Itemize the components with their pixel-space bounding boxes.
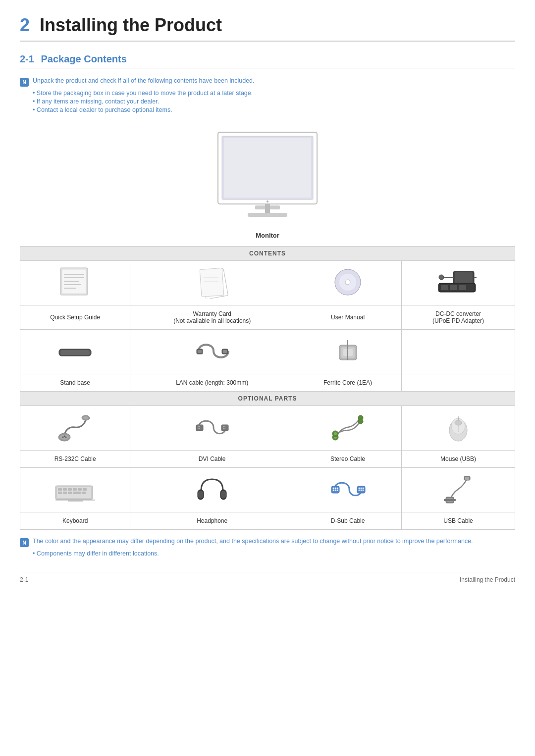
svg-rect-107 [444, 499, 456, 501]
main-note-block: N Unpack the product and check if all of… [20, 77, 515, 87]
stand-base-img [20, 330, 130, 374]
svg-point-6 [267, 201, 268, 202]
svg-rect-35 [198, 350, 202, 353]
contents-row-1-images [20, 261, 515, 305]
dsub-cable-label: D-Sub Cable [294, 512, 402, 530]
chapter-text: Installing the Product [40, 15, 222, 35]
monitor-image-area [20, 127, 515, 228]
svg-point-95 [334, 489, 336, 491]
svg-point-25 [439, 275, 444, 280]
svg-rect-77 [83, 488, 87, 491]
sub-note-2: • If any items are missing, contact your… [33, 98, 515, 105]
main-note-text: Unpack the product and check if all of t… [33, 77, 255, 84]
svg-point-46 [62, 436, 64, 438]
stereo-cable-img [294, 406, 402, 451]
svg-rect-5 [248, 213, 287, 217]
svg-rect-73 [63, 488, 67, 491]
svg-rect-76 [78, 488, 82, 491]
optional-header-row: OPTIONAL PARTS [20, 392, 515, 406]
svg-rect-88 [221, 491, 226, 499]
section-text: Package Contents [41, 53, 126, 64]
monitor-label: Monitor [20, 232, 515, 239]
section-title: 2-1 Package Contents [20, 53, 515, 68]
svg-point-99 [362, 487, 364, 489]
lan-cable-label: LAN cable (length: 300mm) [130, 374, 294, 392]
sub-notes: • Store the packaging box in case you ne… [33, 90, 515, 113]
quick-setup-guide-icon [56, 266, 94, 299]
optional-row-2-labels: Keyboard Headphone D-Sub Cable USB Cable [20, 512, 515, 530]
svg-point-48 [65, 436, 67, 438]
keyboard-icon [53, 473, 98, 505]
stand-base-label: Stand base [20, 374, 130, 392]
svg-point-92 [334, 487, 336, 489]
dvi-cable-label: DVI Cable [130, 451, 294, 468]
ferrite-core-icon [329, 335, 367, 367]
headphone-img [130, 468, 294, 512]
contents-header: CONTENTS [20, 247, 515, 261]
dsub-cable-icon [329, 473, 367, 505]
mouse-usb-img [402, 406, 515, 451]
mouse-usb-label: Mouse (USB) [402, 451, 515, 468]
warranty-card-label: Warranty Card (Not available in all loca… [130, 305, 294, 330]
svg-rect-37 [223, 350, 227, 353]
svg-point-100 [358, 489, 360, 491]
svg-point-45 [83, 416, 88, 419]
svg-rect-72 [58, 488, 62, 491]
svg-rect-29 [441, 285, 448, 290]
footer-notes: N The color and the appearance may diffe… [20, 538, 515, 557]
optional-row-2-images [20, 468, 515, 512]
user-manual-img [294, 261, 402, 305]
rs232c-cable-label: RS-232C Cable [20, 451, 130, 468]
svg-rect-81 [73, 492, 81, 494]
svg-point-53 [197, 427, 198, 428]
svg-point-51 [197, 425, 198, 426]
svg-rect-30 [450, 285, 457, 290]
svg-rect-87 [198, 491, 203, 499]
svg-point-98 [360, 487, 362, 489]
svg-point-96 [336, 489, 338, 491]
svg-point-56 [224, 425, 225, 426]
svg-point-91 [332, 487, 334, 489]
svg-point-94 [332, 489, 334, 491]
keyboard-label: Keyboard [20, 512, 130, 530]
svg-rect-80 [68, 492, 72, 494]
contents-table: CONTENTS [20, 246, 515, 530]
dsub-cable-img [294, 468, 402, 512]
svg-rect-2 [224, 138, 311, 198]
svg-rect-106 [465, 477, 469, 480]
dc-dc-converter-img [402, 261, 515, 305]
svg-point-57 [222, 427, 223, 428]
svg-point-68 [455, 420, 462, 425]
svg-rect-4 [265, 204, 270, 214]
svg-point-55 [222, 425, 223, 426]
svg-point-97 [358, 487, 360, 489]
sub-note-3: • Contact a local dealer to purchase opt… [33, 106, 515, 113]
svg-point-47 [64, 435, 65, 437]
section-number: 2-1 [20, 53, 34, 64]
footer-note-2-text: • Components may differ in different loc… [33, 550, 515, 557]
quick-setup-guide-label: Quick Setup Guide [20, 305, 130, 330]
empty-cell [402, 330, 515, 374]
svg-rect-23 [455, 272, 473, 284]
svg-point-58 [224, 427, 225, 428]
quick-setup-guide-img [20, 261, 130, 305]
keyboard-img [20, 468, 130, 512]
chapter-number: 2 [20, 15, 30, 35]
user-manual-icon [329, 266, 367, 299]
stand-base-icon [56, 335, 94, 367]
footer-note-icon: N [20, 538, 29, 547]
user-manual-label: User Manual [294, 305, 402, 330]
svg-rect-78 [58, 492, 62, 494]
usb-cable-img [402, 468, 515, 512]
svg-point-101 [360, 489, 362, 491]
svg-rect-82 [82, 492, 86, 494]
footer-note-1: N The color and the appearance may diffe… [20, 538, 515, 547]
footer-note-1-text: The color and the appearance may differ … [33, 538, 473, 545]
svg-point-54 [199, 427, 200, 428]
headphone-label: Headphone [130, 512, 294, 530]
warranty-card-icon [194, 266, 231, 299]
empty-label [402, 374, 515, 392]
rs232c-cable-icon [56, 411, 94, 444]
ferrite-core-label: Ferrite Core (1EA) [294, 374, 402, 392]
lan-cable-img [130, 330, 294, 374]
